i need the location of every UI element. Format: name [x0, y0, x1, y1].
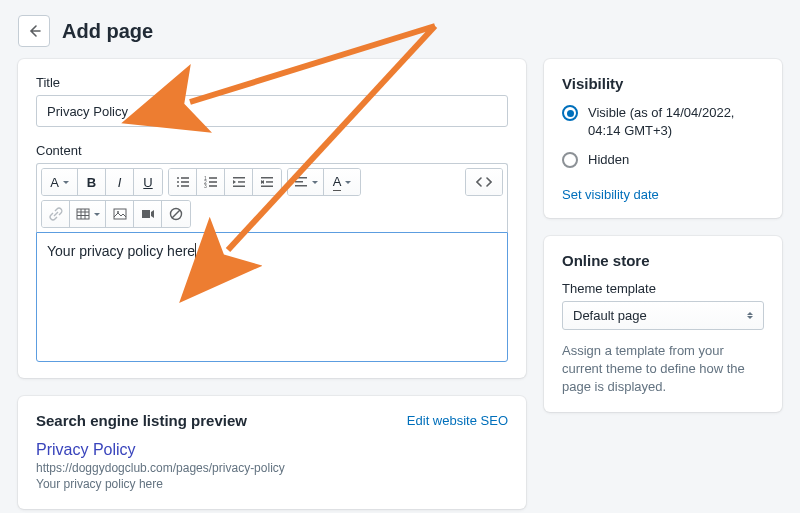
format-dropdown[interactable]: A	[42, 169, 78, 195]
image-button[interactable]	[106, 201, 134, 227]
template-label: Theme template	[562, 281, 764, 296]
code-icon	[476, 175, 492, 189]
svg-rect-12	[233, 177, 245, 179]
numbered-list-icon: 123	[204, 175, 218, 189]
content-editor[interactable]: Your privacy policy here	[36, 232, 508, 362]
svg-rect-19	[295, 181, 303, 183]
svg-rect-7	[209, 177, 217, 179]
editor-toolbar: A B I U 123	[36, 163, 508, 232]
svg-rect-14	[233, 186, 245, 188]
svg-point-0	[177, 177, 179, 179]
svg-rect-11	[209, 185, 217, 187]
title-content-card: Title Content A B I U	[18, 59, 526, 378]
title-label: Title	[36, 75, 508, 90]
indent-icon	[260, 175, 274, 189]
select-value: Default page	[573, 308, 647, 323]
svg-rect-3	[181, 181, 189, 183]
radio-unchecked-icon	[562, 152, 578, 168]
hidden-label: Hidden	[588, 151, 629, 169]
bold-button[interactable]: B	[78, 169, 106, 195]
bullet-list-icon	[176, 175, 190, 189]
indent-button[interactable]	[253, 169, 281, 195]
back-button[interactable]	[18, 15, 50, 47]
online-store-card: Online store Theme template Default page…	[544, 236, 782, 413]
title-input[interactable]	[36, 95, 508, 127]
content-label: Content	[36, 143, 508, 158]
outdent-icon	[232, 175, 246, 189]
visibility-heading: Visibility	[544, 59, 782, 104]
table-dropdown[interactable]	[70, 201, 106, 227]
editor-text: Your privacy policy here	[47, 243, 195, 259]
page-header: Add page	[0, 0, 800, 59]
set-visibility-date-link[interactable]: Set visibility date	[562, 187, 659, 202]
link-button[interactable]	[42, 201, 70, 227]
clear-format-button[interactable]	[162, 201, 190, 227]
image-icon	[113, 207, 127, 221]
template-help-text: Assign a template from your current them…	[562, 342, 764, 397]
bullet-list-button[interactable]	[169, 169, 197, 195]
edit-seo-link[interactable]: Edit website SEO	[407, 413, 508, 428]
svg-point-4	[177, 185, 179, 187]
arrow-left-icon	[26, 23, 42, 39]
seo-card: Search engine listing preview Edit websi…	[18, 396, 526, 509]
seo-heading: Search engine listing preview	[36, 412, 247, 429]
svg-rect-15	[261, 177, 273, 179]
visible-label: Visible (as of 14/04/2022, 04:14 GMT+3)	[588, 104, 764, 139]
svg-rect-28	[142, 210, 150, 218]
link-icon	[49, 207, 63, 221]
underline-button[interactable]: U	[134, 169, 162, 195]
svg-rect-9	[209, 181, 217, 183]
table-icon	[76, 207, 90, 221]
video-icon	[141, 207, 155, 221]
visibility-hidden-radio[interactable]: Hidden	[562, 151, 764, 169]
svg-rect-1	[181, 177, 189, 179]
select-caret-icon	[747, 312, 753, 319]
seo-url: https://doggydogclub.com/pages/privacy-p…	[36, 461, 508, 475]
svg-rect-16	[266, 181, 273, 183]
svg-rect-21	[77, 209, 89, 219]
align-dropdown[interactable]	[288, 169, 324, 195]
visibility-card: Visibility Visible (as of 14/04/2022, 04…	[544, 59, 782, 218]
svg-rect-20	[295, 185, 307, 187]
numbered-list-button[interactable]: 123	[197, 169, 225, 195]
text-color-dropdown[interactable]: A	[324, 169, 360, 195]
italic-button[interactable]: I	[106, 169, 134, 195]
align-icon	[294, 175, 308, 189]
outdent-button[interactable]	[225, 169, 253, 195]
svg-rect-5	[181, 185, 189, 187]
svg-rect-17	[261, 186, 273, 188]
svg-rect-18	[295, 177, 307, 179]
online-store-heading: Online store	[544, 236, 782, 281]
svg-point-2	[177, 181, 179, 183]
theme-template-select[interactable]: Default page	[562, 301, 764, 330]
video-button[interactable]	[134, 201, 162, 227]
clear-icon	[169, 207, 183, 221]
seo-description: Your privacy policy here	[36, 477, 508, 491]
svg-text:3: 3	[204, 183, 207, 189]
visibility-visible-radio[interactable]: Visible (as of 14/04/2022, 04:14 GMT+3)	[562, 104, 764, 139]
seo-page-title: Privacy Policy	[36, 441, 508, 459]
html-button[interactable]	[466, 169, 502, 195]
svg-rect-13	[238, 181, 245, 183]
radio-checked-icon	[562, 105, 578, 121]
svg-rect-26	[114, 209, 126, 219]
svg-line-30	[172, 210, 180, 218]
page-title: Add page	[62, 20, 153, 43]
